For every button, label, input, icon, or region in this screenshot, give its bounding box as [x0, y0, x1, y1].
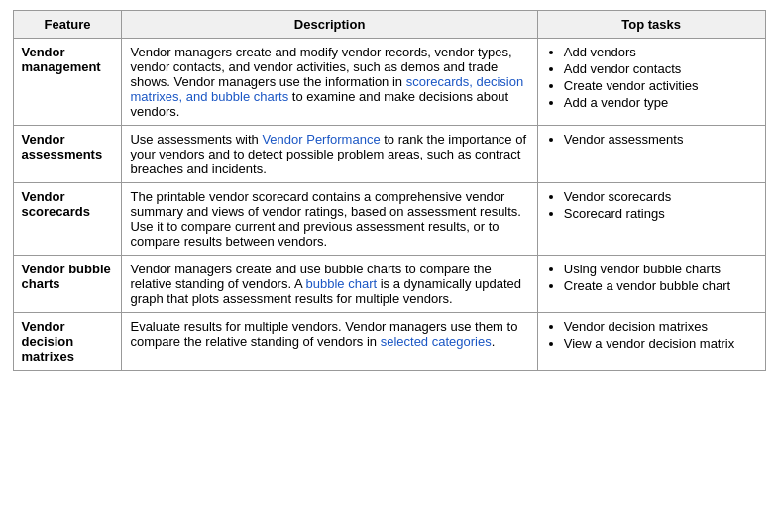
task-item: Vendor decision matrixes: [564, 319, 757, 334]
header-toptasks: Top tasks: [537, 11, 765, 39]
task-item: Vendor assessments: [564, 132, 757, 147]
task-item: Create a vendor bubble chart: [564, 278, 757, 293]
feature-cell: Vendor assessments: [13, 126, 122, 183]
description-cell: Vendor managers create and use bubble ch…: [122, 256, 537, 313]
tasks-cell: Vendor assessments: [537, 126, 765, 183]
feature-cell: Vendor decision matrixes: [13, 313, 122, 371]
task-item: Add vendor contacts: [564, 61, 757, 76]
description-cell: Vendor managers create and modify vendor…: [122, 39, 537, 126]
task-item: Vendor scorecards: [564, 189, 757, 204]
table-row: Vendor bubble chartsVendor managers crea…: [13, 256, 765, 313]
tasks-cell: Add vendorsAdd vendor contactsCreate ven…: [537, 39, 765, 126]
header-description: Description: [122, 11, 537, 39]
task-item: View a vendor decision matrix: [564, 336, 757, 351]
feature-cell: Vendor bubble charts: [13, 256, 122, 313]
tasks-cell: Using vendor bubble chartsCreate a vendo…: [537, 256, 765, 313]
table-row: Vendor assessmentsUse assessments with V…: [13, 126, 765, 183]
table-row: Vendor managementVendor managers create …: [13, 39, 765, 126]
table-row: Vendor scorecardsThe printable vendor sc…: [13, 183, 765, 256]
task-item: Add vendors: [564, 45, 757, 59]
header-feature: Feature: [13, 11, 122, 39]
feature-cell: Vendor scorecards: [13, 183, 122, 256]
tasks-cell: Vendor scorecardsScorecard ratings: [537, 183, 765, 256]
main-table-wrapper: Feature Description Top tasks Vendor man…: [13, 10, 766, 371]
description-cell: Use assessments with Vendor Performance …: [122, 126, 537, 183]
task-item: Create vendor activities: [564, 78, 757, 93]
task-item: Scorecard ratings: [564, 206, 757, 221]
header-row: Feature Description Top tasks: [13, 11, 765, 39]
task-item: Using vendor bubble charts: [564, 262, 757, 276]
task-item: Add a vendor type: [564, 95, 757, 110]
description-cell: Evaluate results for multiple vendors. V…: [122, 313, 537, 371]
feature-table: Feature Description Top tasks Vendor man…: [13, 10, 766, 371]
feature-cell: Vendor management: [13, 39, 122, 126]
description-cell: The printable vendor scorecard contains …: [122, 183, 537, 256]
tasks-cell: Vendor decision matrixesView a vendor de…: [537, 313, 765, 371]
table-row: Vendor decision matrixesEvaluate results…: [13, 313, 765, 371]
